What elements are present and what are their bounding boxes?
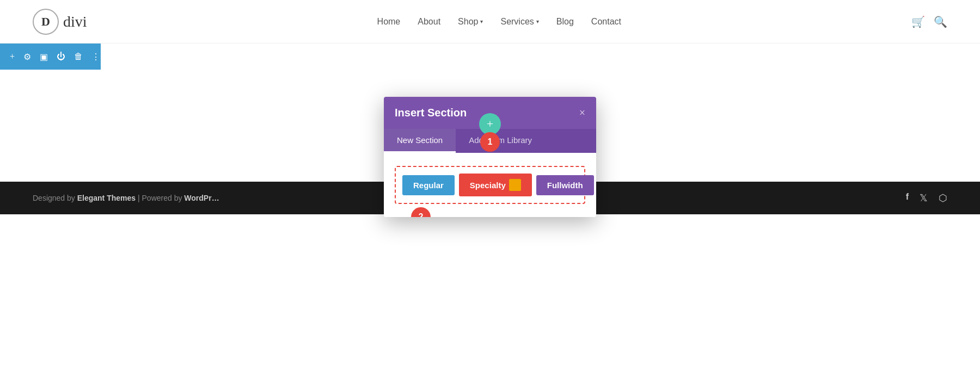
logo-area: D divi [33,9,87,35]
nav-blog[interactable]: Blog [556,17,574,27]
shop-arrow: ▾ [480,18,483,24]
nav-services[interactable]: Services ▾ [500,17,538,27]
modal-title: Insert Section [395,107,467,119]
tab-new-section[interactable]: New Section [384,129,456,153]
specialty-icon [509,179,521,191]
toolbar-power-btn[interactable]: ⏻ [53,49,69,64]
nav-shop[interactable]: Shop ▾ [458,17,483,27]
nav-home[interactable]: Home [377,17,401,27]
toolbar-add-btn[interactable]: + [7,49,18,64]
nav-contact[interactable]: Contact [591,17,621,27]
search-icon[interactable]: 🔍 [934,15,947,28]
tab-add-from-library[interactable]: Add From Library [456,129,545,153]
modal-body: Regular Specialty Fullwidth 2 [384,153,596,217]
twitter-icon[interactable]: 𝕏 [920,192,928,204]
toolbar-layout-btn[interactable]: ▣ [36,49,51,64]
content-section: + 1 + Designed by Elegant Themes | Power… [0,70,980,244]
section-toolbar: + ⚙ ▣ ⏻ 🗑 ⋮ [0,44,101,70]
toolbar-delete-btn[interactable]: 🗑 [71,49,86,64]
modal-close-btn[interactable]: × [579,107,585,119]
footer-credit: Designed by Elegant Themes | Powered by … [33,194,219,202]
nav-icons: 🛒 🔍 [911,15,947,28]
nav-about[interactable]: About [418,17,440,27]
btn-fullwidth[interactable]: Fullwidth [536,175,594,195]
facebook-icon[interactable]: f [906,192,909,204]
cart-icon[interactable]: 🛒 [911,15,925,28]
logo-text: divi [63,13,87,30]
toolbar-more-btn[interactable]: ⋮ [88,49,103,64]
instagram-icon[interactable]: ⬡ [939,192,947,204]
btn-regular[interactable]: Regular [402,175,455,195]
header: D divi Home About Shop ▾ Services ▾ Blog… [0,0,980,44]
toolbar-settings-btn[interactable]: ⚙ [20,49,34,64]
footer-social: f 𝕏 ⬡ [906,192,947,204]
btn-specialty[interactable]: Specialty [459,174,532,196]
add-section-green-btn[interactable]: + [479,113,501,135]
page-wrapper: D divi Home About Shop ▾ Services ▾ Blog… [0,0,980,390]
section-types-container: Regular Specialty Fullwidth [395,166,585,204]
logo-icon: D [33,9,59,35]
badge-1: 1 [480,132,500,152]
badge-2: 2 [411,207,431,217]
services-arrow: ▾ [536,18,539,24]
main-nav: Home About Shop ▾ Services ▾ Blog Contac… [377,17,621,27]
